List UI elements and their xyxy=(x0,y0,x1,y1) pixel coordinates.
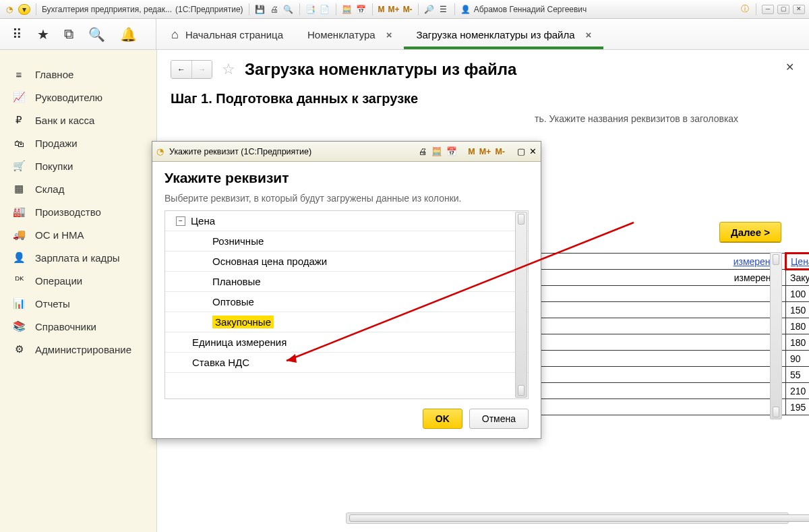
maximize-button[interactable]: ▢ xyxy=(777,5,789,14)
panels-icon[interactable]: ☰ xyxy=(438,4,449,15)
sidebar-label: Отчеты xyxy=(35,298,70,309)
table-cell[interactable]: 150 xyxy=(786,302,810,318)
dialog-titlebar[interactable]: ◔ Укажите реквизит (1С:Предприятие) 🖨 🧮 … xyxy=(152,142,541,162)
dialog-m-button[interactable]: M xyxy=(468,147,475,156)
sidebar-item-0[interactable]: ≡Главное xyxy=(0,63,156,86)
sidebar-item-5[interactable]: ▦Склад xyxy=(0,177,156,200)
sidebar-item-1[interactable]: 📈Руководителю xyxy=(0,86,156,109)
search-icon[interactable]: 🔍 xyxy=(88,26,105,42)
table-cell[interactable]: 195 xyxy=(786,399,810,415)
table-cell[interactable]: 180 xyxy=(786,334,810,351)
preview-icon[interactable]: 🔍 xyxy=(283,4,294,15)
tree-label: Оптовые xyxy=(212,296,254,307)
tree-item[interactable]: Закупочные xyxy=(165,312,528,332)
tab-close-icon[interactable]: × xyxy=(386,29,392,40)
copy-icon[interactable]: 📑 xyxy=(305,4,316,15)
favorite-toggle[interactable]: ☆ xyxy=(222,61,235,78)
tree-item[interactable]: Розничные xyxy=(165,231,528,252)
table-vertical-scrollbar[interactable] xyxy=(770,252,782,419)
sidebar-icon: 🏭 xyxy=(12,206,26,218)
table-cell[interactable]: 90 xyxy=(786,351,810,367)
table-cell[interactable]: 100 xyxy=(786,286,810,302)
dialog-close-button[interactable]: ✕ xyxy=(529,146,537,156)
save-icon[interactable]: 💾 xyxy=(255,4,266,15)
next-button[interactable]: Далее > xyxy=(719,222,781,242)
m-minus-button[interactable]: M- xyxy=(403,5,413,14)
sidebar-icon: ᴰᴷ xyxy=(12,274,26,287)
back-button[interactable]: ← xyxy=(171,61,191,78)
tree-label: Основная цена продажи xyxy=(212,256,327,267)
sidebar-item-3[interactable]: 🛍Продажи xyxy=(0,131,156,154)
user-name: Абрамов Геннадий Сергеевич xyxy=(474,5,587,14)
zoom-icon[interactable]: 🔎 xyxy=(424,4,435,15)
dialog-calc-icon[interactable]: 🧮 xyxy=(431,146,442,156)
sidebar-item-12[interactable]: ⚙Администрирование xyxy=(0,338,156,361)
dialog-cancel-button[interactable]: Отмена xyxy=(469,409,529,429)
star-icon[interactable]: ★ xyxy=(37,26,49,42)
minimize-button[interactable]: ─ xyxy=(762,5,774,14)
print-icon[interactable]: 🖨 xyxy=(269,4,280,15)
dialog-calendar-icon[interactable]: 📅 xyxy=(446,146,457,156)
apps-icon[interactable]: ⠿ xyxy=(12,26,22,42)
sidebar-label: Банк и касса xyxy=(35,115,94,126)
sidebar-item-2[interactable]: ₽Банк и касса xyxy=(0,109,156,131)
user-icon: 👤 xyxy=(460,4,471,15)
dialog-description: Выберите реквизит, в который будут загру… xyxy=(164,193,529,204)
col-header-2[interactable]: Цена, Закупочные xyxy=(786,254,810,270)
table-cell[interactable]: 180 xyxy=(786,318,810,334)
calendar-icon[interactable]: 📅 xyxy=(356,4,367,15)
sidebar-item-7[interactable]: 🚚ОС и НМА xyxy=(0,223,156,246)
sidebar-item-9[interactable]: ᴰᴷОперации xyxy=(0,269,156,292)
sidebar-label: ОС и НМА xyxy=(35,229,84,241)
dialog-m-plus-button[interactable]: M+ xyxy=(479,147,491,156)
tree-label: Ставка НДС xyxy=(192,357,249,368)
sidebar-label: Зарплата и кадры xyxy=(35,252,120,264)
m-button[interactable]: M xyxy=(378,5,385,14)
history-icon[interactable]: ⧉ xyxy=(64,26,73,42)
app-logo-icon: ◔ xyxy=(4,4,15,15)
tab-label: Начальная страница xyxy=(185,29,283,40)
info-icon[interactable]: ⓘ xyxy=(740,4,750,15)
dialog-print-icon[interactable]: 🖨 xyxy=(419,147,427,156)
bell-icon[interactable]: 🔔 xyxy=(120,26,137,42)
tree-item[interactable]: Оптовые xyxy=(165,292,528,312)
sidebar-item-8[interactable]: 👤Зарплата и кадры xyxy=(0,246,156,269)
m-plus-button[interactable]: M+ xyxy=(388,5,400,14)
page-close-button[interactable]: ✕ xyxy=(785,61,794,73)
tab-0[interactable]: ⌂Начальная страница xyxy=(159,22,295,49)
dialog-m-minus-button[interactable]: M- xyxy=(495,147,505,156)
tree-label: Розничные xyxy=(212,235,264,247)
close-button[interactable]: ✕ xyxy=(793,5,805,14)
tab-1[interactable]: Номенклатура× xyxy=(295,22,404,49)
current-user[interactable]: 👤 Абрамов Геннадий Сергеевич xyxy=(460,4,587,15)
sidebar-item-11[interactable]: 📚Справочники xyxy=(0,315,156,338)
sidebar-item-6[interactable]: 🏭Производство xyxy=(0,200,156,223)
dropdown-icon[interactable]: ▾ xyxy=(18,4,30,15)
tree-label: Единица измерения xyxy=(192,336,287,348)
tree-root[interactable]: −Цена xyxy=(165,211,528,231)
tree-item[interactable]: Единица измерения xyxy=(165,332,528,353)
platform-label: (1С:Предприятие) xyxy=(175,5,243,14)
tree-item[interactable]: Плановые xyxy=(165,272,528,292)
table-horizontal-scrollbar[interactable] xyxy=(346,512,789,524)
calc-icon[interactable]: 🧮 xyxy=(342,4,353,15)
tab-2[interactable]: Загрузка номенклатуры из файла× xyxy=(404,22,603,49)
tree-item[interactable]: Ставка НДС xyxy=(165,353,528,373)
dialog-ok-button[interactable]: OK xyxy=(423,409,462,429)
tab-close-icon[interactable]: × xyxy=(586,29,592,40)
sidebar-label: Администрирование xyxy=(35,344,131,355)
sidebar-item-4[interactable]: 🛒Покупки xyxy=(0,154,156,177)
tree-vertical-scrollbar[interactable] xyxy=(515,212,527,398)
table-cell[interactable]: Закупочные xyxy=(786,270,810,286)
forward-button[interactable]: → xyxy=(191,61,212,78)
table-cell[interactable]: 210 xyxy=(786,383,810,399)
sidebar-label: Операции xyxy=(35,275,82,287)
tree-item[interactable]: Основная цена продажи xyxy=(165,252,528,272)
table-cell[interactable]: 55 xyxy=(786,367,810,383)
sidebar-icon: 📚 xyxy=(12,320,26,332)
sidebar-item-10[interactable]: 📊Отчеты xyxy=(0,292,156,315)
attribute-tree[interactable]: −ЦенаРозничныеОсновная цена продажиПлано… xyxy=(164,210,529,399)
dialog-maximize-button[interactable]: ▢ xyxy=(517,146,525,156)
paste-icon[interactable]: 📄 xyxy=(320,4,330,15)
collapse-icon[interactable]: − xyxy=(176,216,185,226)
